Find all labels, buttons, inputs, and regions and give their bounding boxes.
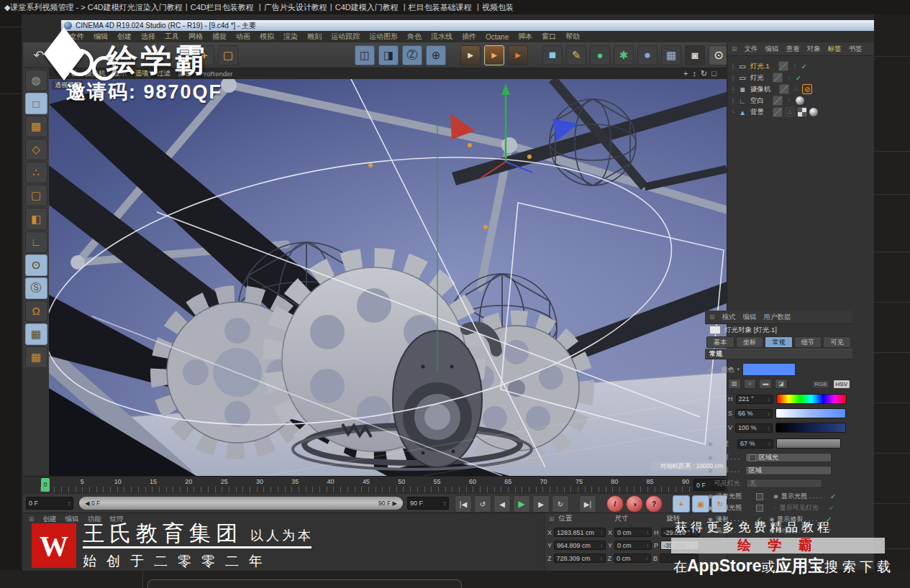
menu-item[interactable]: 窗口 <box>542 32 556 42</box>
menu-item[interactable]: 运动图形 <box>369 32 398 42</box>
workplane-lock-icon[interactable]: ▦ <box>25 323 47 345</box>
object-row-light[interactable]: ├▭ 灯光 ∶✓ <box>731 72 873 83</box>
layer-tag-icon[interactable] <box>773 73 783 83</box>
rgb-format-button[interactable]: RGB <box>811 380 829 389</box>
intensity-slider[interactable] <box>776 438 841 449</box>
rotate-view-icon[interactable]: ↻ <box>701 69 707 78</box>
points-mode-icon[interactable]: ∴ <box>25 162 47 183</box>
scale-tool-icon[interactable]: ▢ <box>218 45 238 65</box>
om-menu-item[interactable]: 对象 <box>807 45 821 54</box>
viewport-solo-icon[interactable]: ʘ <box>25 254 47 276</box>
texture-tag-icon[interactable] <box>796 96 804 105</box>
layer-tag-icon[interactable] <box>778 61 788 71</box>
deformer-icon[interactable]: ✱ <box>614 45 634 65</box>
workplane-icon[interactable]: ◫ <box>355 45 375 65</box>
dots-tag-icon[interactable]: ∶ <box>785 96 793 105</box>
texture-tag-icon[interactable] <box>809 108 818 116</box>
menu-item[interactable]: 渲染 <box>283 32 298 42</box>
keyframe-selection-button[interactable]: ? <box>645 495 663 513</box>
object-name[interactable]: 摄像机 <box>750 85 771 94</box>
object-row-camera[interactable]: ├◙ 摄像机 ∴⊘ <box>731 83 873 95</box>
picker-compact-icon[interactable]: ▥ <box>728 379 741 389</box>
protection-tag-icon[interactable]: ⊘ <box>802 84 812 94</box>
size-x-field[interactable]: 0 cm↕ <box>614 528 652 537</box>
menu-item[interactable]: 帮助 <box>565 32 580 42</box>
object-row-light1[interactable]: ├▭ 灯光.1 ∶✓ <box>731 60 873 72</box>
render-settings-icon[interactable]: ▶ <box>508 45 528 65</box>
om-menu-item[interactable]: 书签 <box>849 45 863 54</box>
axis-mode-icon[interactable]: ∟ <box>25 231 47 253</box>
object-row-null[interactable]: ├∟ 空白 ∶ <box>731 95 873 106</box>
viewport-scene[interactable] <box>49 79 727 476</box>
record-keyframe-button[interactable]: / <box>606 495 624 513</box>
camera-icon[interactable]: ◙ <box>685 45 705 65</box>
layer-tag-icon[interactable] <box>779 84 789 94</box>
menu-item[interactable]: 编辑 <box>94 32 108 42</box>
menu-item[interactable]: 模拟 <box>260 32 274 42</box>
position-z-field[interactable]: 728.309 cm↕ <box>554 553 606 563</box>
show-visible-light-checkbox[interactable]: ✓ <box>829 504 834 512</box>
previous-keyframe-button[interactable]: ↺ <box>474 495 491 513</box>
enabled-check-icon[interactable]: ✓ <box>801 63 807 70</box>
value-gradient-slider[interactable] <box>775 423 846 433</box>
object-name[interactable]: 灯光.1 <box>750 62 770 71</box>
layer-tag-icon[interactable] <box>773 96 783 106</box>
om-menu-item[interactable]: 查看 <box>786 45 800 54</box>
panel-grid-icon[interactable]: ⊞ <box>732 45 737 52</box>
ambient-illumination-checkbox[interactable] <box>756 505 763 512</box>
subdivision-surface-icon[interactable]: ● <box>590 45 610 65</box>
material-menu-item[interactable]: 编辑 <box>65 515 79 524</box>
enabled-check-icon[interactable]: ✓ <box>796 74 801 82</box>
menu-item[interactable]: 流水线 <box>431 32 452 42</box>
dots-tag-icon[interactable]: ∶ <box>785 73 793 82</box>
value-field[interactable]: 100 %↕ <box>735 423 773 433</box>
next-keyframe-button[interactable]: ↻ <box>552 495 569 513</box>
menu-item[interactable]: 脚本 <box>518 32 532 42</box>
visible-light-dropdown[interactable]: 无 <box>746 479 822 488</box>
frame-field[interactable]: 0 F↕ <box>26 497 73 510</box>
material-menu-item[interactable]: 创建 <box>43 515 57 524</box>
next-frame-button[interactable]: ▶ <box>532 495 550 513</box>
spacer[interactable] <box>242 45 351 65</box>
spacer[interactable] <box>450 45 457 65</box>
tab-general[interactable]: 常规 <box>765 336 793 348</box>
make-editable-icon[interactable]: ◍ <box>25 70 47 91</box>
object-name[interactable]: 空白 <box>750 96 764 106</box>
picker-wheel-icon[interactable]: ○ <box>744 379 757 389</box>
position-x-field[interactable]: 1283.851 cm↕ <box>554 528 606 537</box>
intensity-field[interactable]: 67 %↕ <box>737 439 773 449</box>
magnet-snap-icon[interactable]: Ω <box>25 300 47 322</box>
spacer[interactable] <box>532 45 539 65</box>
environment-icon[interactable]: ● <box>637 45 658 65</box>
position-y-field[interactable]: 964.809 cm↕ <box>554 541 606 550</box>
lock-workplane-icon[interactable]: ◨ <box>378 45 399 65</box>
om-menu-item[interactable]: 编辑 <box>765 45 779 54</box>
maximize-view-icon[interactable]: □ <box>711 69 716 78</box>
spacer[interactable] <box>665 495 670 513</box>
breadcrumb[interactable]: ◆课堂系列视频管理 - > C4D建模灯光渲染入门教程丨C4D栏目包装教程 丨广… <box>4 2 514 13</box>
polygons-mode-icon[interactable]: ◧ <box>25 208 47 229</box>
goto-end-button[interactable]: ▶| <box>579 495 596 513</box>
layer-tag-icon[interactable] <box>773 107 783 117</box>
object-name[interactable]: 灯光 <box>750 73 764 83</box>
spline-pen-icon[interactable]: ✎ <box>566 45 586 65</box>
shadow-dropdown[interactable]: 区域 <box>745 466 832 475</box>
tab-visibility[interactable]: 可见 <box>823 336 851 348</box>
light-type-dropdown[interactable]: 区域光 <box>745 453 832 462</box>
color-swatch[interactable] <box>742 363 796 376</box>
dots-tag-icon[interactable]: ∴ <box>791 85 800 93</box>
position-key-toggle[interactable]: + <box>673 495 690 513</box>
spacer[interactable] <box>571 495 577 513</box>
goto-start-button[interactable]: |◀ <box>455 495 472 513</box>
tab-coordinates[interactable]: 坐标 <box>736 336 764 348</box>
phong-tag-icon[interactable]: ∴ <box>785 107 795 117</box>
workplane-mode-icon[interactable]: ◇ <box>25 139 47 160</box>
previous-frame-button[interactable]: ◀ <box>493 495 511 513</box>
autokey-button[interactable]: ◑ <box>626 495 643 513</box>
pan-view-icon[interactable]: + <box>683 69 688 78</box>
dots-tag-icon[interactable]: ∶ <box>791 62 799 70</box>
menu-item[interactable]: 雕刻 <box>307 32 322 42</box>
hue-gradient-slider[interactable] <box>776 394 847 404</box>
tab-details[interactable]: 细节 <box>794 336 822 348</box>
edges-mode-icon[interactable]: ▢ <box>25 185 47 206</box>
